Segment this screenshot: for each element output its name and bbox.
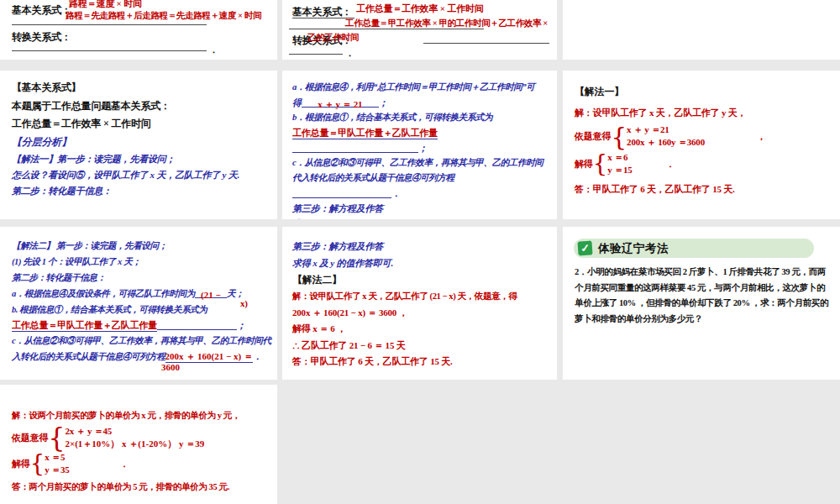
panel-exam-solution: 解：设两个月前买的萝卜的单价为 x 元，排骨的单价为 y 元， 依题意得 { 2… bbox=[0, 385, 277, 504]
panel-solution2: 第三步：解方程及作答 求得 x 及 y 的值作答即可. 【解法二】 解：设甲队工… bbox=[282, 227, 557, 380]
blank-line bbox=[12, 40, 207, 51]
panel-exam-question: ✓ 体验辽宁考法 2．小明的妈妈在菜市场买回 2 斤萝卜、1 斤排骨共花了 39… bbox=[563, 227, 840, 380]
panel-motion-relation: 基本关系式： 路程＝速度 × 时间 路程＝先走路程＋后走路程＝先走路程＋速度 ×… bbox=[0, 0, 277, 60]
solution-system: 解得 { x ＝6 y ＝15 ． bbox=[575, 151, 840, 176]
step3-line: 第三步：解方程及作答 bbox=[292, 239, 557, 255]
answer-blank: x ＋ y ＝ 21 bbox=[302, 97, 379, 108]
solution-column: x ＝6 y ＝15 bbox=[607, 151, 632, 176]
question-line: 萝卜和排骨的单价分别为多少元？ bbox=[575, 312, 828, 328]
info-a-text: a．根据信息④及假设条件，可得乙队工作时间为 bbox=[12, 289, 195, 298]
answer-blank bbox=[157, 319, 237, 330]
period-mark: ． bbox=[391, 188, 401, 198]
panel-work-relation: 基本关系式： 工作总量＝工作效率 × 工作时间 工作总量＝甲工作效率 × 甲的工… bbox=[282, 0, 557, 60]
blank-line bbox=[423, 33, 549, 44]
blank-period-line: ． bbox=[292, 186, 557, 201]
layered-analysis-heading: 【分层分析】 bbox=[12, 134, 277, 151]
equation-2: 200x ＋ 160y ＝3600 bbox=[627, 136, 705, 149]
method2-step2: 第二步：转化题干信息： bbox=[12, 270, 277, 286]
solution-x: x ＝5 bbox=[45, 451, 69, 464]
solution2-answer: 答：甲队工作了 6 天，乙队工作了 15 天. bbox=[292, 354, 557, 370]
info-a-prefix: 得 bbox=[292, 97, 302, 108]
condition-label: 依题意得 bbox=[12, 432, 48, 444]
panel-blank-top-right bbox=[563, 0, 840, 60]
equation-1: 2x ＋ y ＝45 bbox=[65, 425, 204, 438]
equation-answer-wrap: 3600 bbox=[161, 360, 180, 375]
info-a-line: a．根据信息④及假设条件，可得乙队工作时间为(21 −天；x) bbox=[12, 286, 277, 302]
equation-2: 2×(1＋10%） x ＋(1-20%） y ＝39 bbox=[65, 438, 204, 450]
solution2-setup: 解：设甲队工作了 x 天，乙队工作了 (21 − x) 天，依题意，得 bbox=[292, 288, 557, 305]
info-c-line2: 代入转化后的关系式从题干信息④可列方程 bbox=[292, 171, 557, 186]
period-mark: ． bbox=[666, 158, 675, 171]
answer-blank bbox=[292, 187, 391, 198]
solution-column: x ＝5 y ＝35 bbox=[45, 451, 69, 476]
info-a-line2: 得x ＋ y ＝ 21； bbox=[292, 95, 557, 110]
worksheet-grid: { "colors": { "red_answer": "#c00000", "… bbox=[0, 0, 840, 504]
answer-blank bbox=[292, 142, 418, 153]
analysis-line: 本题属于工作总量问题基本关系式： bbox=[12, 97, 277, 116]
checkmark-icon: ✓ bbox=[577, 240, 592, 255]
blank-line bbox=[289, 44, 343, 55]
method1-step1: 【解法一】第一步：读完题，先看设问； bbox=[12, 151, 277, 167]
question-line: 个月前买同重量的这两样菜要 45 元，与两个月前相比，这次萝卜的 bbox=[575, 281, 828, 297]
brace-icon: { bbox=[611, 125, 627, 148]
work-total-relation-answer: 工作总量＝甲队工作量＋乙队工作量 bbox=[292, 128, 438, 139]
work-total-relation-answer: 工作总量＝甲队工作量＋乙队工作量 bbox=[12, 320, 157, 332]
info-b-line: b．根据信息①，结合基本关系式，可得转换关系式为 bbox=[292, 110, 557, 125]
solution2-solve: 解得 x ＝ 6 ， bbox=[292, 321, 557, 338]
semicolon: ； bbox=[418, 143, 428, 153]
solve-label: 解得 bbox=[12, 458, 30, 470]
banner-label: 体验辽宁考法 bbox=[598, 241, 669, 256]
solution-y: y ＝15 bbox=[607, 164, 632, 176]
method2-step1: 【解法二】 第一步：读完题，先看设问； bbox=[12, 238, 277, 254]
semicolon: ； bbox=[237, 320, 246, 330]
period-mark: ． bbox=[345, 47, 354, 60]
solution-system: 解得 { x ＝5 y ＝35 ． bbox=[12, 451, 277, 476]
equation-column: 2x ＋ y ＝45 2×(1＋10%） x ＋(1-20%） y ＝39 bbox=[65, 425, 204, 450]
brace-icon: { bbox=[30, 453, 45, 474]
info-b-answer-line: 工作总量＝甲队工作量＋乙队工作量； bbox=[12, 318, 277, 333]
work-convert-answer-wrap: 乙的工作时间 bbox=[307, 32, 359, 44]
period-mark: ． bbox=[209, 44, 218, 56]
info-b-line: b. 根据信息①，结合基本关系式，可得转换关系式为 bbox=[12, 302, 277, 318]
analysis-line: 工作总量＝工作效率 × 工作时间 bbox=[12, 115, 277, 134]
solution-x: x ＝6 bbox=[607, 151, 632, 164]
solution-y: y ＝35 bbox=[45, 464, 69, 476]
period-mark: ． bbox=[120, 458, 129, 470]
brace-icon: { bbox=[593, 153, 608, 174]
equation-system: 依题意得 { 2x ＋ y ＝45 2×(1＋10%） x ＋(1-20%） y… bbox=[12, 425, 277, 450]
semicolon: ； bbox=[379, 97, 388, 108]
info-c-text: 入转化后的关系式从题干信息④可列方程 bbox=[12, 352, 165, 361]
motion-basic-answer: 路程＝速度 × 时间 bbox=[69, 0, 142, 10]
period-mark: ． bbox=[253, 351, 262, 361]
exam-style-banner: ✓ 体验辽宁考法 bbox=[574, 239, 814, 258]
solution1-answer: 答：甲队工作了 6 天，乙队工作了 15 天. bbox=[575, 181, 840, 197]
method2-setup-hint: (1) 先设 1 个：设甲队工作了 x 天； bbox=[12, 254, 277, 270]
solution1-heading: 【解法一】 bbox=[575, 84, 840, 99]
step3-line: 第三步：解方程及作答 bbox=[292, 201, 557, 216]
panel-analysis-method2: 【解法二】 第一步：读完题，先看设问； (1) 先设 1 个：设甲队工作了 x … bbox=[0, 227, 277, 380]
condition-label: 依题意得 bbox=[575, 130, 611, 143]
comma-mark: ， bbox=[757, 130, 766, 143]
clipped-line: 求得 x 及 y 的值作答即可. bbox=[292, 216, 557, 219]
answer-blank: (21 − bbox=[195, 287, 227, 298]
info-c-line1: c．从信息②和③可得甲、乙工作效率，再将其与甲、乙的工作时间代 bbox=[12, 333, 277, 349]
work-basic-answer: 工作总量＝工作效率 × 工作时间 bbox=[356, 3, 484, 15]
solution2-equation: 200x ＋ 160(21 − x) ＝ 3600 ， bbox=[292, 305, 557, 322]
info-c-line1: c．从信息②和③可得甲、乙工作效率，再将其与甲、乙的工作时间 bbox=[292, 155, 557, 171]
info-a-line1: a．根据信息④，利用“总工作时间＝甲工作时间＋乙工作时间”可 bbox=[292, 80, 557, 95]
equation-x-plus-y: x ＋ y ＝ 21 bbox=[318, 99, 362, 109]
solve-label: 解得 bbox=[575, 158, 593, 171]
panel-solution1: 【解法一】 解：设甲队工作了 x 天，乙队工作了 y 天， 依题意得 { x ＋… bbox=[563, 71, 840, 219]
exam-solution-answer: 答：两个月前买的萝卜的单价为 5 元，排骨的单价为 35 元. bbox=[12, 480, 277, 495]
solution2-therefore: ∴ 乙队工作了 21 − 6 ＝ 15 天 bbox=[292, 338, 557, 354]
blank-line bbox=[12, 14, 207, 25]
solution2-heading: 【解法二】 bbox=[292, 271, 557, 288]
panel-transform-info-method1: a．根据信息④，利用“总工作时间＝甲工作时间＋乙工作时间”可 得x ＋ y ＝ … bbox=[282, 71, 557, 219]
question-line: 2．小明的妈妈在菜市场买回 2 斤萝卜、1 斤排骨共花了 39 元，而两 bbox=[575, 265, 828, 281]
info-b-answer-line: 工作总量＝甲队工作量＋乙队工作量 bbox=[292, 125, 557, 140]
equation-1: x ＋ y ＝21 bbox=[627, 123, 705, 136]
brace-icon: { bbox=[48, 426, 65, 450]
answer-x-wrap: x) bbox=[240, 296, 248, 312]
answer-21-minus: (21 − bbox=[201, 290, 221, 300]
basic-relation-heading: 【基本关系式】 bbox=[12, 79, 277, 97]
